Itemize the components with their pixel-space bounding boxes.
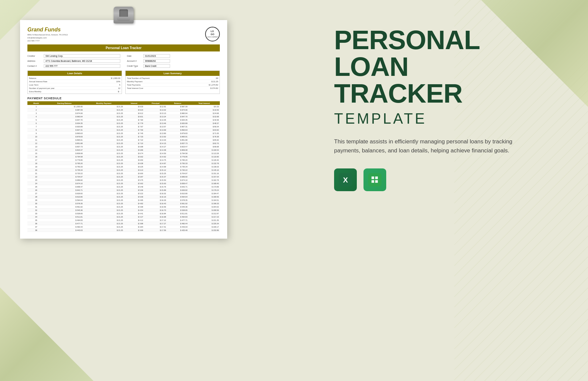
- schedule-col-header: Principal: [144, 101, 167, 105]
- document-title-bar: Personal Loan Tracker: [27, 44, 220, 51]
- schedule-cell: 38: [27, 229, 45, 232]
- schedule-row: 23$ 689.60$ 21.25$ 5.75$ 15.50$ 674.10$ …: [27, 178, 220, 182]
- clipboard: Grand Funds 9861 N Beechwood Drive, Anti…: [20, 13, 227, 368]
- schedule-cell: 11: [27, 138, 45, 142]
- schedule-cell: $ 4.95: [124, 199, 144, 202]
- schedule-cell: $ 642.71: [45, 188, 84, 192]
- schedule-cell: $ 14.62: [144, 155, 167, 158]
- schedule-cell: $ 511.81: [167, 212, 188, 215]
- schedule-row: 1$ 1,000.00$ 21.25$ 8.33$ 12.91$ 987.09$…: [27, 105, 220, 108]
- schedule-cell: $ 545.36: [167, 205, 188, 209]
- schedule-cell: $ 168.40: [188, 182, 220, 185]
- right-panel: PERSONAL LOAN TRACKER TEMPLATE This temp…: [334, 27, 568, 191]
- sheets-icon: [363, 168, 386, 191]
- schedule-cell: $ 4.68: [124, 205, 144, 209]
- schedule-cell: $ 13.80: [144, 132, 167, 135]
- schedule-cell: $ 750.33: [45, 165, 84, 168]
- schedule-col-header: Balance: [167, 101, 188, 105]
- loan-detail-row: Annual Interest Rate10%: [29, 80, 120, 83]
- schedule-cell: $ 561.92: [167, 202, 188, 205]
- schedule-row: 9$ 893.63$ 21.25$ 7.45$ 13.80$ 879.83$ 7…: [27, 132, 220, 135]
- schedule-cell: $ 5.75: [124, 178, 144, 182]
- schedule-cell: $ 443.03: [45, 229, 84, 232]
- schedule-cell: $ 674.10: [167, 178, 188, 182]
- schedule-cell: $ 477.71: [167, 219, 188, 222]
- schedule-row: 18$ 765.20$ 21.25$ 6.38$ 14.87$ 750.33$ …: [27, 162, 220, 165]
- schedule-cell: $ 561.92: [45, 205, 84, 209]
- schedule-row: 26$ 642.71$ 21.25$ 5.36$ 15.89$ 626.82$ …: [27, 188, 220, 192]
- schedule-cell: $ 8.01: [124, 115, 144, 118]
- schedule-cell: 33: [27, 212, 45, 215]
- schedule-row: 25$ 658.47$ 21.25$ 5.49$ 15.76$ 642.71$ …: [27, 185, 220, 188]
- svg-text:X: X: [343, 176, 348, 184]
- schedule-row: 28$ 610.80$ 21.25$ 5.09$ 16.16$ 594.64$ …: [27, 195, 220, 199]
- loan-summary-body: Total Number of Payment60Monthly Payment…: [126, 76, 219, 90]
- schedule-cell: $ 71.05: [188, 132, 220, 135]
- schedule-cell: $ 794.58: [45, 155, 84, 158]
- schedule-cell: $ 232.86: [188, 229, 220, 232]
- schedule-cell: $ 658.47: [167, 182, 188, 185]
- schedule-cell: $ 907.31: [45, 128, 84, 132]
- schedule-row: 8$ 907.31$ 21.25$ 7.56$ 13.69$ 893.63$ 6…: [27, 128, 220, 132]
- schedule-cell: $ 425.48: [167, 229, 188, 232]
- loan-details-header: Loan Details: [28, 71, 122, 76]
- schedule-cell: $ 934.35: [45, 122, 84, 125]
- schedule-cell: $ 865.91: [167, 135, 188, 138]
- loan-detail-row: Number of payment per year12: [29, 87, 120, 90]
- schedule-cell: 23: [27, 178, 45, 182]
- schedule-cell: $ 837.73: [45, 145, 84, 148]
- schedule-cell: 25: [27, 185, 45, 188]
- schedule-row: 37$ 460.44$ 21.25$ 3.84$ 17.41$ 443.03$ …: [27, 225, 220, 229]
- schedule-cell: $ 578.35: [45, 202, 84, 205]
- schedule-cell: $ 5.62: [124, 182, 144, 185]
- schedule-cell: $ 987.09: [45, 108, 84, 112]
- schedule-cell: 20: [27, 168, 45, 172]
- sub-title: TEMPLATE: [334, 110, 568, 127]
- schedule-cell: 7: [27, 125, 45, 128]
- schedule-cell: $ 14.75: [144, 158, 167, 162]
- schedule-cell: $ 3.69: [124, 229, 144, 232]
- schedule-cell: $ 32.68: [188, 115, 220, 118]
- schedule-cell: $ 12.91: [144, 105, 167, 108]
- schedule-cell: $ 7.79: [124, 122, 144, 125]
- schedule-cell: $ 21.25: [84, 128, 124, 132]
- schedule-cell: $ 21.25: [84, 172, 124, 175]
- schedule-cell: 30: [27, 202, 45, 205]
- schedule-cell: $ 610.80: [167, 192, 188, 195]
- schedule-row: 30$ 578.35$ 21.25$ 4.82$ 16.43$ 561.92$ …: [27, 202, 220, 205]
- schedule-cell: $ 4.82: [124, 202, 144, 205]
- svg-rect-6: [375, 180, 378, 183]
- schedule-row: 34$ 511.81$ 21.25$ 4.27$ 16.98$ 494.83$ …: [27, 215, 220, 219]
- schedule-row: 22$ 704.97$ 21.25$ 5.87$ 15.37$ 689.60$ …: [27, 175, 220, 178]
- schedule-cell: $ 21.25: [84, 142, 124, 145]
- schedule-cell: $ 21.25: [84, 185, 124, 188]
- schedule-cell: $ 823.47: [167, 145, 188, 148]
- schedule-cell: $ 145.16: [188, 168, 220, 172]
- schedule-cell: $ 7.45: [124, 132, 144, 135]
- schedule-cell: $ 13.02: [144, 108, 167, 112]
- payment-schedule-table: MonthStarting BalanceMonthly PaymentInte…: [27, 101, 220, 232]
- schedule-cell: $ 13.35: [144, 118, 167, 122]
- schedule-cell: $ 809.08: [167, 148, 188, 152]
- schedule-cell: $ 204.02: [188, 205, 220, 209]
- loan-detail-row: Loan Term5: [29, 83, 120, 87]
- schedule-cell: $ 15.12: [144, 168, 167, 172]
- schedule-row: 4$ 960.94$ 21.25$ 8.01$ 13.24$ 947.70$ 3…: [27, 115, 220, 118]
- schedule-cell: $ 7.56: [124, 128, 144, 132]
- date-field: Date 01/01/2023: [127, 54, 220, 58]
- schedule-row: 38$ 443.03$ 21.25$ 3.69$ 17.56$ 425.48$ …: [27, 229, 220, 232]
- company-info: Grand Funds 9861 N Beechwood Drive, Anti…: [27, 27, 68, 42]
- schedule-cell: $ 106.54: [188, 148, 220, 152]
- schedule-cell: $ 7.10: [124, 142, 144, 145]
- schedule-cell: $ 6.50: [124, 158, 144, 162]
- schedule-cell: $ 528.65: [167, 209, 188, 212]
- document: Grand Funds 9861 N Beechwood Drive, Anti…: [20, 20, 227, 239]
- schedule-cell: $ 208.56: [188, 209, 220, 212]
- schedule-cell: $ 40.58: [188, 118, 220, 122]
- schedule-cell: $ 21.25: [84, 199, 124, 202]
- schedule-cell: $ 92.70: [188, 142, 220, 145]
- loan-detail-row: Balance$ 1,000.00: [29, 77, 120, 80]
- schedule-title: PAYMENT SCHEDULE: [27, 97, 220, 100]
- schedule-cell: $ 21.25: [84, 225, 124, 229]
- schedule-cell: $ 865.91: [45, 138, 84, 142]
